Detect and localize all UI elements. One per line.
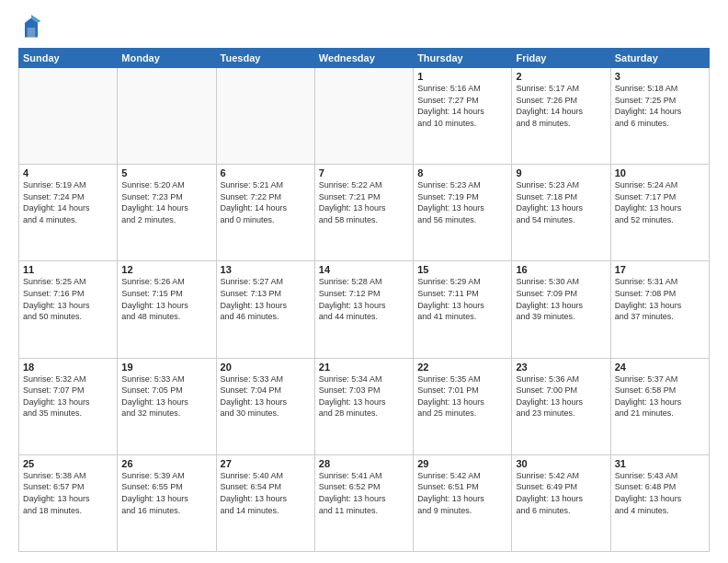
calendar-cell: 21Sunrise: 5:34 AM Sunset: 7:03 PM Dayli… bbox=[314, 358, 413, 454]
calendar-cell: 6Sunrise: 5:21 AM Sunset: 7:22 PM Daylig… bbox=[216, 165, 314, 261]
day-info: Sunrise: 5:42 AM Sunset: 6:51 PM Dayligh… bbox=[417, 470, 507, 516]
day-info: Sunrise: 5:38 AM Sunset: 6:57 PM Dayligh… bbox=[23, 470, 113, 516]
calendar-cell: 16Sunrise: 5:30 AM Sunset: 7:09 PM Dayli… bbox=[512, 261, 610, 358]
day-info: Sunrise: 5:27 AM Sunset: 7:13 PM Dayligh… bbox=[221, 276, 311, 322]
day-info: Sunrise: 5:28 AM Sunset: 7:12 PM Dayligh… bbox=[319, 276, 409, 322]
svg-rect-2 bbox=[28, 28, 36, 38]
col-header-saturday: Saturday bbox=[610, 49, 709, 68]
calendar-cell: 2Sunrise: 5:17 AM Sunset: 7:26 PM Daylig… bbox=[512, 68, 610, 165]
calendar-cell bbox=[314, 68, 413, 165]
day-number: 12 bbox=[121, 264, 211, 275]
day-number: 27 bbox=[221, 458, 311, 469]
calendar-cell: 27Sunrise: 5:40 AM Sunset: 6:54 PM Dayli… bbox=[216, 454, 314, 551]
col-header-tuesday: Tuesday bbox=[216, 49, 314, 68]
day-number: 1 bbox=[417, 71, 507, 82]
calendar-cell: 12Sunrise: 5:26 AM Sunset: 7:15 PM Dayli… bbox=[118, 261, 216, 358]
calendar-cell: 28Sunrise: 5:41 AM Sunset: 6:52 PM Dayli… bbox=[314, 454, 413, 551]
col-header-sunday: Sunday bbox=[19, 49, 118, 68]
day-info: Sunrise: 5:41 AM Sunset: 6:52 PM Dayligh… bbox=[319, 470, 409, 516]
day-number: 19 bbox=[121, 362, 211, 373]
week-row-1: 1Sunrise: 5:16 AM Sunset: 7:27 PM Daylig… bbox=[19, 68, 710, 165]
day-info: Sunrise: 5:26 AM Sunset: 7:15 PM Dayligh… bbox=[121, 276, 211, 322]
day-info: Sunrise: 5:21 AM Sunset: 7:22 PM Dayligh… bbox=[221, 179, 311, 225]
calendar-cell: 26Sunrise: 5:39 AM Sunset: 6:55 PM Dayli… bbox=[118, 454, 216, 551]
calendar-cell: 18Sunrise: 5:32 AM Sunset: 7:07 PM Dayli… bbox=[19, 358, 118, 454]
calendar-cell: 8Sunrise: 5:23 AM Sunset: 7:19 PM Daylig… bbox=[414, 165, 512, 261]
day-number: 18 bbox=[23, 362, 113, 373]
calendar-cell: 22Sunrise: 5:35 AM Sunset: 7:01 PM Dayli… bbox=[414, 358, 512, 454]
calendar-cell: 30Sunrise: 5:42 AM Sunset: 6:49 PM Dayli… bbox=[512, 454, 610, 551]
calendar-cell: 3Sunrise: 5:18 AM Sunset: 7:25 PM Daylig… bbox=[610, 68, 709, 165]
day-info: Sunrise: 5:36 AM Sunset: 7:00 PM Dayligh… bbox=[516, 373, 606, 419]
calendar-cell: 29Sunrise: 5:42 AM Sunset: 6:51 PM Dayli… bbox=[414, 454, 512, 551]
day-number: 28 bbox=[319, 458, 409, 469]
day-number: 20 bbox=[221, 362, 311, 373]
day-info: Sunrise: 5:23 AM Sunset: 7:19 PM Dayligh… bbox=[417, 179, 507, 225]
calendar-cell: 4Sunrise: 5:19 AM Sunset: 7:24 PM Daylig… bbox=[19, 165, 118, 261]
day-info: Sunrise: 5:42 AM Sunset: 6:49 PM Dayligh… bbox=[516, 470, 606, 516]
calendar-cell: 24Sunrise: 5:37 AM Sunset: 6:58 PM Dayli… bbox=[610, 358, 709, 454]
day-number: 16 bbox=[516, 264, 606, 275]
calendar-cell: 10Sunrise: 5:24 AM Sunset: 7:17 PM Dayli… bbox=[610, 165, 709, 261]
day-number: 6 bbox=[221, 167, 311, 178]
col-header-wednesday: Wednesday bbox=[314, 49, 413, 68]
calendar-cell: 13Sunrise: 5:27 AM Sunset: 7:13 PM Dayli… bbox=[216, 261, 314, 358]
day-info: Sunrise: 5:24 AM Sunset: 7:17 PM Dayligh… bbox=[615, 179, 705, 225]
week-row-4: 18Sunrise: 5:32 AM Sunset: 7:07 PM Dayli… bbox=[19, 358, 710, 454]
day-number: 10 bbox=[615, 167, 705, 178]
day-number: 21 bbox=[319, 362, 409, 373]
calendar-cell: 1Sunrise: 5:16 AM Sunset: 7:27 PM Daylig… bbox=[414, 68, 512, 165]
header-row: SundayMondayTuesdayWednesdayThursdayFrid… bbox=[19, 49, 710, 68]
col-header-monday: Monday bbox=[118, 49, 216, 68]
day-number: 9 bbox=[516, 167, 606, 178]
day-info: Sunrise: 5:40 AM Sunset: 6:54 PM Dayligh… bbox=[221, 470, 311, 516]
day-number: 4 bbox=[23, 167, 113, 178]
col-header-friday: Friday bbox=[512, 49, 610, 68]
day-info: Sunrise: 5:20 AM Sunset: 7:23 PM Dayligh… bbox=[121, 179, 211, 225]
day-info: Sunrise: 5:33 AM Sunset: 7:04 PM Dayligh… bbox=[221, 373, 311, 419]
day-info: Sunrise: 5:34 AM Sunset: 7:03 PM Dayligh… bbox=[319, 373, 409, 419]
day-number: 29 bbox=[417, 458, 507, 469]
day-info: Sunrise: 5:33 AM Sunset: 7:05 PM Dayligh… bbox=[121, 373, 211, 419]
day-number: 7 bbox=[319, 167, 409, 178]
day-info: Sunrise: 5:30 AM Sunset: 7:09 PM Dayligh… bbox=[516, 276, 606, 322]
day-info: Sunrise: 5:43 AM Sunset: 6:48 PM Dayligh… bbox=[615, 470, 705, 516]
day-info: Sunrise: 5:18 AM Sunset: 7:25 PM Dayligh… bbox=[615, 83, 705, 129]
calendar-cell: 11Sunrise: 5:25 AM Sunset: 7:16 PM Dayli… bbox=[19, 261, 118, 358]
day-info: Sunrise: 5:16 AM Sunset: 7:27 PM Dayligh… bbox=[417, 83, 507, 129]
logo bbox=[18, 15, 48, 40]
day-number: 11 bbox=[23, 264, 113, 275]
calendar-cell bbox=[19, 68, 118, 165]
day-number: 23 bbox=[516, 362, 606, 373]
page: SundayMondayTuesdayWednesdayThursdayFrid… bbox=[0, 0, 728, 563]
week-row-5: 25Sunrise: 5:38 AM Sunset: 6:57 PM Dayli… bbox=[19, 454, 710, 551]
day-info: Sunrise: 5:32 AM Sunset: 7:07 PM Dayligh… bbox=[23, 373, 113, 419]
day-number: 17 bbox=[615, 264, 705, 275]
calendar-cell: 19Sunrise: 5:33 AM Sunset: 7:05 PM Dayli… bbox=[118, 358, 216, 454]
day-info: Sunrise: 5:22 AM Sunset: 7:21 PM Dayligh… bbox=[319, 179, 409, 225]
day-number: 30 bbox=[516, 458, 606, 469]
header bbox=[18, 15, 710, 40]
calendar-cell: 9Sunrise: 5:23 AM Sunset: 7:18 PM Daylig… bbox=[512, 165, 610, 261]
day-info: Sunrise: 5:23 AM Sunset: 7:18 PM Dayligh… bbox=[516, 179, 606, 225]
calendar-cell: 14Sunrise: 5:28 AM Sunset: 7:12 PM Dayli… bbox=[314, 261, 413, 358]
day-info: Sunrise: 5:35 AM Sunset: 7:01 PM Dayligh… bbox=[417, 373, 507, 419]
calendar-cell: 31Sunrise: 5:43 AM Sunset: 6:48 PM Dayli… bbox=[610, 454, 709, 551]
calendar-cell: 17Sunrise: 5:31 AM Sunset: 7:08 PM Dayli… bbox=[610, 261, 709, 358]
day-info: Sunrise: 5:25 AM Sunset: 7:16 PM Dayligh… bbox=[23, 276, 113, 322]
day-number: 25 bbox=[23, 458, 113, 469]
calendar-cell: 7Sunrise: 5:22 AM Sunset: 7:21 PM Daylig… bbox=[314, 165, 413, 261]
day-info: Sunrise: 5:31 AM Sunset: 7:08 PM Dayligh… bbox=[615, 276, 705, 322]
day-info: Sunrise: 5:19 AM Sunset: 7:24 PM Dayligh… bbox=[23, 179, 113, 225]
calendar-table: SundayMondayTuesdayWednesdayThursdayFrid… bbox=[18, 48, 710, 552]
week-row-3: 11Sunrise: 5:25 AM Sunset: 7:16 PM Dayli… bbox=[19, 261, 710, 358]
calendar-cell bbox=[216, 68, 314, 165]
day-number: 22 bbox=[417, 362, 507, 373]
day-info: Sunrise: 5:37 AM Sunset: 6:58 PM Dayligh… bbox=[615, 373, 705, 419]
day-number: 2 bbox=[516, 71, 606, 82]
day-number: 8 bbox=[417, 167, 507, 178]
calendar-cell: 23Sunrise: 5:36 AM Sunset: 7:00 PM Dayli… bbox=[512, 358, 610, 454]
day-number: 13 bbox=[221, 264, 311, 275]
day-number: 14 bbox=[319, 264, 409, 275]
calendar-cell: 5Sunrise: 5:20 AM Sunset: 7:23 PM Daylig… bbox=[118, 165, 216, 261]
